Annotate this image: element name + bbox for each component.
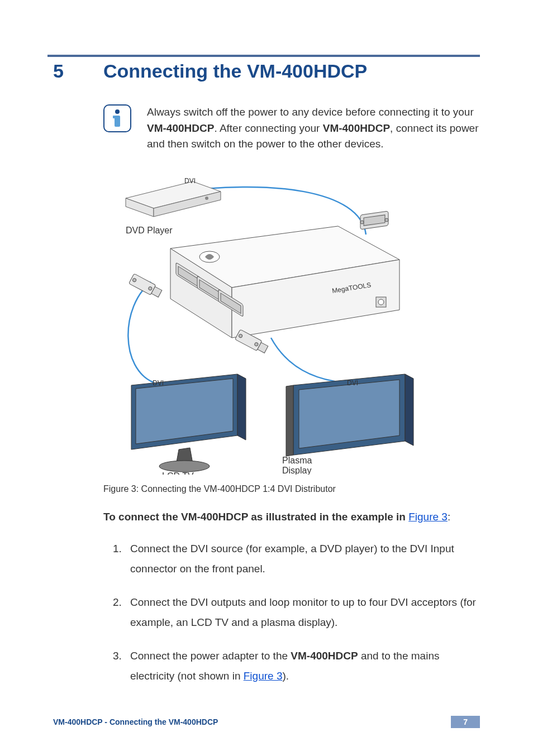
svg-point-25 xyxy=(159,461,210,472)
svg-point-16 xyxy=(385,218,388,222)
step-1-text: Connect the DVI source (for example, a D… xyxy=(130,543,454,575)
svg-point-3 xyxy=(205,197,208,200)
info-icon xyxy=(103,104,131,132)
label-dvi-lcd: DVI xyxy=(153,379,164,387)
figure-link-1[interactable]: Figure 3 xyxy=(408,511,448,523)
label-lcd-tv: LCD TV xyxy=(162,471,194,475)
step-2-text: Connect the DVI outputs and loop monitor… xyxy=(130,596,476,628)
heading-row: 5 Connecting the VM-400HDCP xyxy=(53,60,480,82)
label-dvi-plasma: DVI xyxy=(347,379,358,387)
figure-caption: Figure 3: Connecting the VM-400HDCP 1:4 … xyxy=(103,484,480,494)
step-1: Connect the DVI source (for example, a D… xyxy=(125,539,480,579)
svg-point-15 xyxy=(360,221,364,224)
footer: VM-400HDCP - Connecting the VM-400HDCP 7 xyxy=(53,716,480,728)
svg-point-6 xyxy=(378,299,384,305)
info-bold-1: VM-400HDCP xyxy=(147,122,214,134)
svg-rect-2 xyxy=(113,116,116,118)
step-2: Connect the DVI outputs and loop monitor… xyxy=(125,592,480,633)
section-number: 5 xyxy=(53,60,103,82)
info-text-mid1: . After connecting your xyxy=(214,122,322,134)
info-bold-2: VM-400HDCP xyxy=(323,122,390,134)
label-dvd-player: DVD Player xyxy=(126,226,173,235)
connect-post: : xyxy=(448,511,450,523)
label-plasma-2: Display xyxy=(282,466,311,475)
figure-svg: DVI DVD Player MegaTOOLS xyxy=(103,162,416,475)
footer-left: VM-400HDCP - Connecting the VM-400HDCP xyxy=(53,717,218,726)
dvd-player xyxy=(126,181,221,217)
dvi-input xyxy=(360,210,388,229)
figure-link-2[interactable]: Figure 3 xyxy=(244,670,283,682)
connect-pre: To connect the VM-400HDCP as illustrated… xyxy=(103,511,408,523)
dvi-plug-1 xyxy=(129,274,163,299)
section-title: Connecting the VM-400HDCP xyxy=(103,60,367,82)
lcd-tv xyxy=(131,374,246,472)
figure-wrap: DVI DVD Player MegaTOOLS xyxy=(103,159,416,477)
step-3-bold: VM-400HDCP xyxy=(291,650,358,662)
info-text: Always switch off the power to any devic… xyxy=(147,104,480,152)
label-plasma-1: Plasma xyxy=(282,456,312,465)
step-3-post: ). xyxy=(282,670,289,682)
cable-out-to-lcd xyxy=(128,282,154,382)
page-number-badge: 7 xyxy=(451,716,480,728)
step-3-pre: Connect the power adapter to the xyxy=(130,650,291,662)
page: 5 Connecting the VM-400HDCP Always switc… xyxy=(0,0,533,756)
info-callout: Always switch off the power to any devic… xyxy=(103,104,480,152)
section-rule xyxy=(47,55,480,57)
cable-out-to-plasma xyxy=(271,338,344,382)
step-3: Connect the power adapter to the VM-400H… xyxy=(125,646,480,686)
info-text-pre: Always switch off the power to any devic… xyxy=(147,106,474,118)
connect-intro: To connect the VM-400HDCP as illustrated… xyxy=(103,511,480,523)
steps-list: Connect the DVI source (for example, a D… xyxy=(125,539,480,687)
label-dvi-dvd: DVI xyxy=(184,177,196,185)
svg-point-0 xyxy=(115,109,120,114)
